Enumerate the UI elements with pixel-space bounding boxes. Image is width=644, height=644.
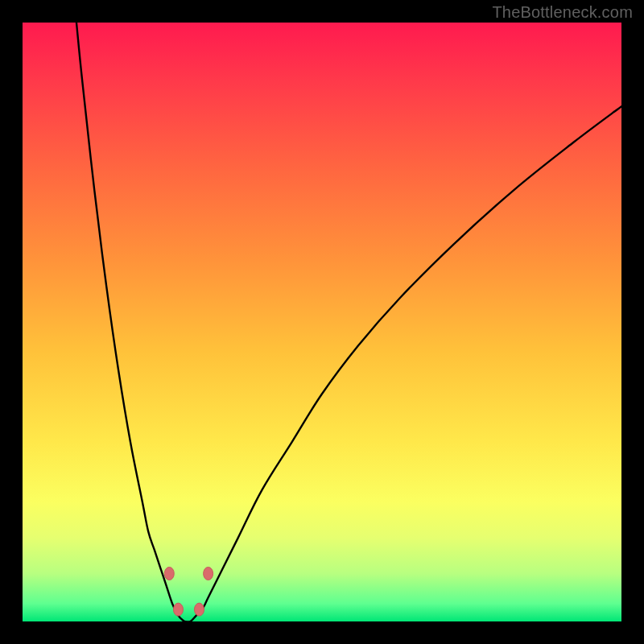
- marker-dot-1: [204, 567, 213, 580]
- bottom-marker-cluster: [164, 567, 213, 616]
- watermark-text: TheBottleneck.com: [492, 3, 633, 22]
- curve-left-branch: [76, 23, 184, 621]
- plot-area: [23, 23, 621, 621]
- curve-right-branch: [184, 106, 621, 621]
- plot-svg: [23, 23, 621, 621]
- marker-dot-2: [173, 603, 183, 616]
- chart-frame: TheBottleneck.com: [0, 0, 644, 644]
- marker-dot-0: [164, 567, 174, 580]
- marker-dot-3: [194, 603, 204, 616]
